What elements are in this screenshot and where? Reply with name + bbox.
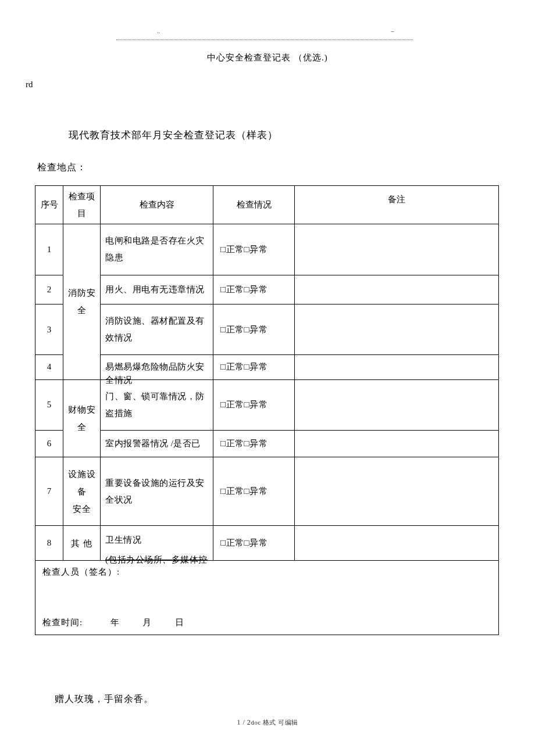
cell-content: 用火、用电有无违章情况 xyxy=(101,275,213,304)
cell-content: 重要设备设施的运行及安全状况 xyxy=(101,457,213,526)
sign-label: 检查人员（签名）: xyxy=(42,567,491,578)
header-seq: 序号 xyxy=(35,186,63,224)
month-label: 月 xyxy=(142,618,152,627)
decoration-dots-right: ..... xyxy=(391,28,394,33)
cell-category-equipment: 设施设 备 安全 xyxy=(63,457,101,526)
cell-content: 卫生情况 (包括办公场所、多媒体控 xyxy=(101,526,213,561)
cell-remark xyxy=(295,431,499,457)
table-row: 3 消防设施、器材配置及有效情况 □正常□异常 xyxy=(35,304,499,355)
page-number: 1 / 2 xyxy=(237,718,251,726)
date-line: 检查时间: 年 月 日 xyxy=(42,617,491,628)
cell-seq: 6 xyxy=(35,431,63,457)
table-footer-row: 检查人员（签名）: 检查时间: 年 月 日 xyxy=(35,561,499,635)
inspection-table: 序号 检查项 目 检查内容 检查情况 备注 1 消防安 全 电闸和电路是否存在火… xyxy=(35,185,499,635)
page-footer: 1 / 2doc 格式 可编辑 xyxy=(0,718,535,727)
cell-status: □正常□异常 xyxy=(213,224,295,275)
cell-seq: 8 xyxy=(35,526,63,561)
cell-remark xyxy=(295,275,499,304)
year-label: 年 xyxy=(110,618,120,627)
content-text: 门、窗、锁可靠情况，防盗措施 xyxy=(105,392,205,418)
cell-category-property: 财物安 全 xyxy=(63,379,101,457)
cell-seq: 5 xyxy=(35,379,63,431)
table-row: 2 用火、用电有无违章情况 □正常□异常 xyxy=(35,275,499,304)
cell-seq: 7 xyxy=(35,457,63,526)
cell-status: □正常□异常 xyxy=(213,457,295,526)
location-label: 检查地点： xyxy=(37,162,501,174)
cell-category-fire: 消防安 全 xyxy=(63,224,101,380)
cell-seq: 2 xyxy=(35,275,63,304)
cell-seq: 3 xyxy=(35,304,63,355)
cell-status: □正常□异常 xyxy=(213,431,295,457)
page-title: 中心安全检查登记表 （优选.) xyxy=(34,52,501,63)
cell-remark xyxy=(295,355,499,379)
table-header-row: 序号 检查项 目 检查内容 检查情况 备注 xyxy=(35,186,499,224)
table-row: 7 设施设 备 安全 重要设备设施的运行及安全状况 □正常□异常 xyxy=(35,457,499,526)
day-label: 日 xyxy=(175,618,184,627)
header-content: 检查内容 xyxy=(101,186,213,224)
cell-category-other: 其 他 xyxy=(63,526,101,561)
date-label: 检查时间: xyxy=(42,618,83,627)
cell-status: □正常□异常 xyxy=(213,526,295,561)
header-item: 检查项 目 xyxy=(63,186,101,224)
decoration-dots-left: .. xyxy=(157,28,160,34)
overlap-text: 全情况 xyxy=(105,372,133,389)
cell-remark xyxy=(295,457,499,526)
table-row: 6 室内报警器情况 /是否已 □正常□异常 xyxy=(35,431,499,457)
cell-remark xyxy=(295,224,499,275)
cell-remark xyxy=(295,526,499,561)
decoration-dotted-line xyxy=(116,40,413,40)
cell-content: 室内报警器情况 /是否已 xyxy=(101,431,213,457)
cell-content: 电闸和电路是否存在火灾隐患 xyxy=(101,224,213,275)
header-remark: 备注 xyxy=(295,186,499,224)
footer-suffix: doc 格式 可编辑 xyxy=(251,719,298,726)
form-subtitle: 现代教育技术部年月安全检查登记表（样表） xyxy=(69,129,501,142)
table-row: 1 消防安 全 电闸和电路是否存在火灾隐患 □正常□异常 xyxy=(35,224,499,275)
footer-cell: 检查人员（签名）: 检查时间: 年 月 日 xyxy=(35,561,499,635)
cell-status: □正常□异常 xyxy=(213,355,295,379)
cell-seq: 1 xyxy=(35,224,63,275)
cell-content: 消防设施、器材配置及有效情况 xyxy=(101,304,213,355)
cell-remark xyxy=(295,304,499,355)
table-row: 5 财物安 全 全情况 门、窗、锁可靠情况，防盗措施 □正常□异常 xyxy=(35,379,499,431)
content-text: 卫生情况 xyxy=(105,535,141,544)
cell-status: □正常□异常 xyxy=(213,379,295,431)
content-text: 易燃易爆危险物品防火安 xyxy=(105,362,205,371)
cell-status: □正常□异常 xyxy=(213,275,295,304)
cell-remark xyxy=(295,379,499,431)
closing-text: 赠人玫瑰，手留余香。 xyxy=(55,693,501,705)
header-status: 检查情况 xyxy=(213,186,295,224)
rd-label: rd xyxy=(26,80,501,89)
cell-status: □正常□异常 xyxy=(213,304,295,355)
cell-content: 全情况 门、窗、锁可靠情况，防盗措施 xyxy=(101,379,213,431)
table-row: 8 其 他 卫生情况 (包括办公场所、多媒体控 □正常□异常 xyxy=(35,526,499,561)
cell-seq: 4 xyxy=(35,355,63,379)
